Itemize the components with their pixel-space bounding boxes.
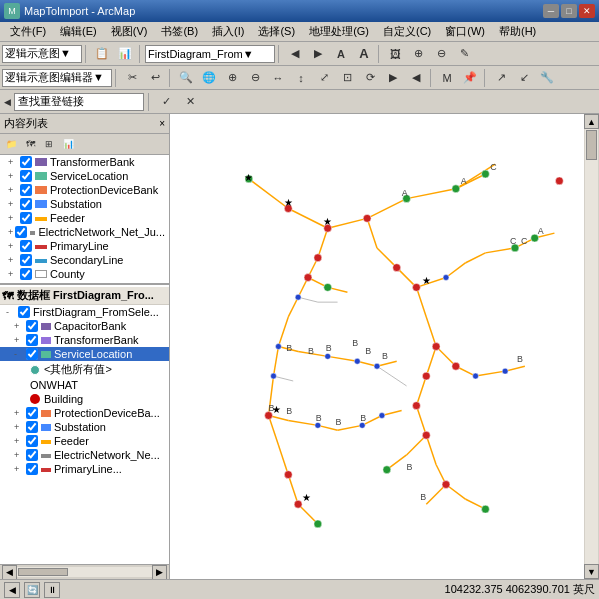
tool-btn-5[interactable]: 🖼 bbox=[384, 44, 406, 64]
edit-btn-14[interactable]: M bbox=[436, 68, 458, 88]
subitem-other[interactable]: <其他所有值> bbox=[0, 361, 169, 378]
edit-btn-11[interactable]: ⟳ bbox=[359, 68, 381, 88]
status-btn-3[interactable]: ⏸ bbox=[44, 582, 60, 598]
edit-btn-16[interactable]: ↗ bbox=[490, 68, 512, 88]
layer-feeder2[interactable]: + Feeder bbox=[0, 434, 169, 448]
subitem-onwhat[interactable]: ONWHAT bbox=[0, 378, 169, 392]
search-input[interactable] bbox=[14, 93, 144, 111]
layer-cb-transformerbank2[interactable] bbox=[26, 334, 38, 346]
diagram-mode-dropdown[interactable]: 逻辑示意图▼ bbox=[2, 45, 82, 63]
edit-btn-2[interactable]: ↩ bbox=[144, 68, 166, 88]
edit-btn-15[interactable]: 📌 bbox=[459, 68, 481, 88]
edit-btn-6[interactable]: ⊖ bbox=[244, 68, 266, 88]
scroll-right-btn[interactable]: ▶ bbox=[152, 565, 167, 580]
menu-customize[interactable]: 自定义(C) bbox=[377, 23, 437, 40]
status-btn-1[interactable]: ◀ bbox=[4, 582, 20, 598]
scroll-up-btn[interactable]: ▲ bbox=[584, 114, 599, 129]
layer-transformerbank2[interactable]: + TransformerBank bbox=[0, 333, 169, 347]
layer-cb-capacitorbank[interactable] bbox=[26, 320, 38, 332]
diagram-name-dropdown[interactable]: FirstDiagram_From▼ bbox=[145, 45, 275, 63]
menu-select[interactable]: 选择(S) bbox=[252, 23, 301, 40]
layer-cb-en2[interactable] bbox=[26, 449, 38, 461]
layer-btn-1[interactable]: 📁 bbox=[2, 136, 20, 152]
tool-btn-3[interactable]: ◀ bbox=[284, 44, 306, 64]
minimize-button[interactable]: ─ bbox=[543, 4, 559, 18]
edit-btn-1[interactable]: ✂ bbox=[121, 68, 143, 88]
layer-secondaryline[interactable]: + SecondaryLine bbox=[0, 253, 169, 267]
layer-cb-secondaryline[interactable] bbox=[20, 254, 32, 266]
layer-btn-4[interactable]: 📊 bbox=[59, 136, 77, 152]
layer-cb-county[interactable] bbox=[20, 268, 32, 280]
edit-btn-3[interactable]: 🔍 bbox=[175, 68, 197, 88]
layer-cb-firstdiagram[interactable] bbox=[18, 306, 30, 318]
menu-view[interactable]: 视图(V) bbox=[105, 23, 154, 40]
edit-btn-4[interactable]: 🌐 bbox=[198, 68, 220, 88]
menu-bookmarks[interactable]: 书签(B) bbox=[155, 23, 204, 40]
layer-electricnetwork2[interactable]: + ElectricNetwork_Ne... bbox=[0, 448, 169, 462]
layer-substation2[interactable]: + Substation bbox=[0, 420, 169, 434]
map-area[interactable]: A A C C A C B B B B B B B B B B B B B B bbox=[170, 114, 584, 579]
layer-servicelocation2[interactable]: - ServiceLocation bbox=[0, 347, 169, 361]
layer-feeder[interactable]: + Feeder bbox=[0, 211, 169, 225]
tool-btn-2[interactable]: 📊 bbox=[114, 44, 136, 64]
menu-file[interactable]: 文件(F) bbox=[4, 23, 52, 40]
layer-primaryline[interactable]: + PrimaryLine bbox=[0, 239, 169, 253]
menu-edit[interactable]: 编辑(E) bbox=[54, 23, 103, 40]
search-clear-btn[interactable]: ✕ bbox=[179, 92, 201, 112]
layer-cb-pd2[interactable] bbox=[26, 407, 38, 419]
tool-btn-1[interactable]: 📋 bbox=[91, 44, 113, 64]
subitem-building[interactable]: Building bbox=[0, 392, 169, 406]
hscroll-thumb[interactable] bbox=[18, 568, 68, 576]
tool-btn-8[interactable]: ✎ bbox=[453, 44, 475, 64]
layer-protectiondevicebank[interactable]: + ProtectionDeviceBank bbox=[0, 183, 169, 197]
edit-btn-10[interactable]: ⊡ bbox=[336, 68, 358, 88]
panel-close-btn[interactable]: × bbox=[159, 118, 165, 129]
layer-transformerbank[interactable]: + TransformerBank bbox=[0, 155, 169, 169]
menu-insert[interactable]: 插入(I) bbox=[206, 23, 250, 40]
tool-A2[interactable]: A bbox=[353, 44, 375, 64]
layer-cb-substation1[interactable] bbox=[20, 198, 32, 210]
panel-toggle-btn[interactable]: ◀ bbox=[2, 92, 12, 112]
layer-substation-1[interactable]: + Substation bbox=[0, 197, 169, 211]
search-confirm-btn[interactable]: ✓ bbox=[155, 92, 177, 112]
diagram-editor-dropdown[interactable]: 逻辑示意图编辑器▼ bbox=[2, 69, 112, 87]
tool-btn-6[interactable]: ⊕ bbox=[407, 44, 429, 64]
edit-btn-17[interactable]: ↙ bbox=[513, 68, 535, 88]
edit-btn-12[interactable]: ▶ bbox=[382, 68, 404, 88]
menu-help[interactable]: 帮助(H) bbox=[493, 23, 542, 40]
tool-A[interactable]: A bbox=[330, 44, 352, 64]
layer-btn-3[interactable]: ⊞ bbox=[40, 136, 58, 152]
layer-protectiondevice2[interactable]: + ProtectionDeviceBa... bbox=[0, 406, 169, 420]
layer-firstdiagram[interactable]: - FirstDiagram_FromSele... bbox=[0, 305, 169, 319]
layer-cb-servicelocation[interactable] bbox=[20, 170, 32, 182]
edit-btn-7[interactable]: ↔ bbox=[267, 68, 289, 88]
layer-cb-primaryline[interactable] bbox=[20, 240, 32, 252]
edit-btn-5[interactable]: ⊕ bbox=[221, 68, 243, 88]
close-button[interactable]: ✕ bbox=[579, 4, 595, 18]
edit-btn-13[interactable]: ◀ bbox=[405, 68, 427, 88]
layer-cb-feeder2[interactable] bbox=[26, 435, 38, 447]
maximize-button[interactable]: □ bbox=[561, 4, 577, 18]
edit-btn-8[interactable]: ↕ bbox=[290, 68, 312, 88]
layer-cb-protectiondevice[interactable] bbox=[20, 184, 32, 196]
layer-btn-2[interactable]: 🗺 bbox=[21, 136, 39, 152]
tool-btn-7[interactable]: ⊖ bbox=[430, 44, 452, 64]
layer-servicelocation[interactable]: + ServiceLocation bbox=[0, 169, 169, 183]
layer-primaryline2[interactable]: + PrimaryLine... bbox=[0, 462, 169, 476]
layer-cb-electricnetwork[interactable] bbox=[15, 226, 27, 238]
edit-btn-18[interactable]: 🔧 bbox=[536, 68, 558, 88]
layer-cb-substation2[interactable] bbox=[26, 421, 38, 433]
layer-electricnetwork[interactable]: + ElectricNetwork_Net_Ju... bbox=[0, 225, 169, 239]
layer-cb-transformerbank[interactable] bbox=[20, 156, 32, 168]
layer-capacitorbank[interactable]: + CapacitorBank bbox=[0, 319, 169, 333]
menu-geoprocessing[interactable]: 地理处理(G) bbox=[303, 23, 375, 40]
status-btn-2[interactable]: 🔄 bbox=[24, 582, 40, 598]
tool-btn-4[interactable]: ▶ bbox=[307, 44, 329, 64]
layer-county[interactable]: + County bbox=[0, 267, 169, 281]
layer-group-2-header[interactable]: 🗺 数据框 FirstDiagram_Fro... bbox=[0, 287, 169, 305]
menu-window[interactable]: 窗口(W) bbox=[439, 23, 491, 40]
layer-cb-feeder[interactable] bbox=[20, 212, 32, 224]
scroll-left-btn[interactable]: ◀ bbox=[2, 565, 17, 580]
edit-btn-9[interactable]: ⤢ bbox=[313, 68, 335, 88]
layer-cb-pl2[interactable] bbox=[26, 463, 38, 475]
